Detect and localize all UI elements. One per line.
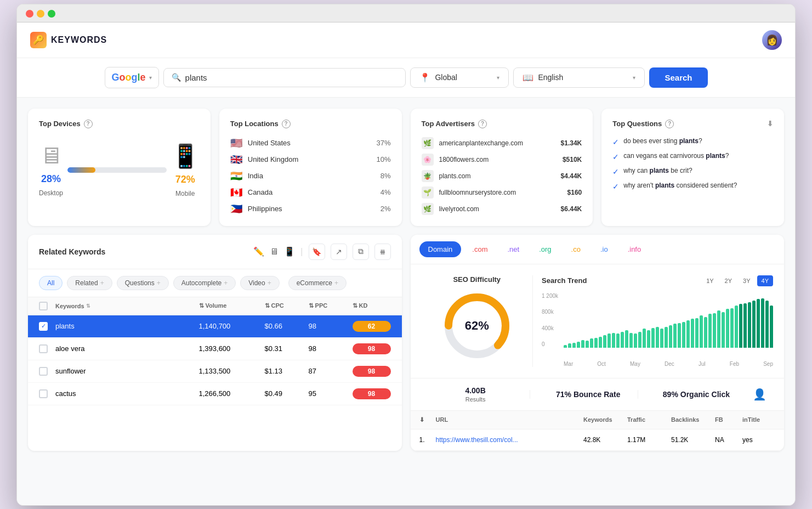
chart-y-labels: 1 200k 800k 400k 0 — [542, 293, 558, 348]
filter-button[interactable]: ⧻ — [374, 244, 391, 260]
advertisers-info-icon[interactable]: ? — [478, 120, 487, 128]
bar-item — [752, 301, 756, 348]
tab-questions[interactable]: Questions + — [117, 276, 169, 290]
bar-item — [621, 332, 624, 348]
search-trend-section: Search Trend 1Y 2Y 3Y 4Y 1 20 — [532, 275, 773, 367]
col-ppc[interactable]: ⇅ PPC — [309, 302, 353, 309]
desktop-label: Desktop — [39, 189, 63, 197]
list-item: 🇬🇧 United Kingdom 10% — [230, 154, 391, 166]
row-checkbox-1[interactable] — [39, 322, 48, 331]
kd-badge: 98 — [353, 388, 391, 399]
separator: | — [300, 247, 303, 257]
table-row[interactable]: aloe vera 1,393,600 $0.31 98 98 — [28, 338, 402, 360]
cpc-cell: $0.49 — [265, 389, 309, 398]
keywords-col-header: Keywords — [583, 416, 627, 423]
top-questions-card: Top Questions ? ⬇ ✓ do bees ever sting p… — [601, 109, 784, 226]
col-keywords[interactable]: Keywords ⇅ — [55, 303, 199, 309]
bar-item — [726, 309, 729, 347]
person-icon: 👤 — [753, 388, 766, 400]
bar-item — [748, 302, 751, 348]
bar-item — [682, 322, 685, 348]
search-input[interactable] — [185, 73, 398, 82]
bar-item — [743, 303, 747, 348]
avatar[interactable]: 👩 — [762, 30, 782, 50]
result-url[interactable]: https://www.thesill.com/col... — [436, 436, 584, 444]
devices-info-icon[interactable]: ? — [84, 120, 93, 128]
period-2y[interactable]: 2Y — [720, 275, 736, 286]
seo-pct-value: 62% — [465, 319, 489, 332]
google-g-icon: Google — [112, 72, 146, 83]
mobile-view-icon[interactable]: 📱 — [284, 246, 295, 257]
tab-io[interactable]: .io — [592, 241, 617, 257]
tab-info[interactable]: .info — [619, 241, 650, 257]
row-checkbox-4[interactable] — [39, 389, 48, 398]
table-row[interactable]: cactus 1,266,500 $0.49 95 98 — [28, 383, 402, 405]
advertiser-favicon-1: 🌿 — [422, 137, 434, 149]
tab-org[interactable]: .org — [530, 241, 560, 257]
table-row[interactable]: sunflower 1,133,500 $1.13 87 98 — [28, 360, 402, 383]
table-row: 1. https://www.thesill.com/col... 42.8K … — [411, 429, 785, 451]
keywords-tools: ✏️ 🖥 📱 | 🔖 ↗ ⧉ ⧻ — [253, 244, 390, 260]
period-4y[interactable]: 4Y — [757, 275, 773, 286]
seo-difficulty-title: SEO Difficulty — [453, 275, 501, 284]
kd-badge: 98 — [353, 366, 391, 377]
close-dot[interactable] — [26, 10, 33, 18]
col-kd[interactable]: ⇅ KD — [353, 302, 391, 309]
device-progress-bar — [67, 167, 167, 173]
fb-col-header: FB — [715, 416, 742, 423]
result-keywords: 42.8K — [583, 436, 627, 444]
tab-co[interactable]: .co — [563, 241, 589, 257]
search-engine-dropdown[interactable]: Google ▾ — [105, 67, 159, 88]
bookmark-button[interactable]: 🔖 — [309, 244, 325, 260]
tab-domain[interactable]: Domain — [419, 241, 462, 257]
table-row[interactable]: plants 1,140,700 $0.66 98 62 — [28, 315, 402, 338]
col-cpc[interactable]: ⇅ CPC — [265, 302, 309, 309]
row-checkbox-3[interactable] — [39, 367, 48, 376]
tab-autocomplete[interactable]: Autocomplete + — [173, 276, 236, 290]
questions-download-icon[interactable]: ⬇ — [767, 120, 773, 128]
minimize-dot[interactable] — [37, 10, 44, 18]
results-value: 4.00B — [422, 386, 530, 395]
tab-ecommerce[interactable]: eCommerce + — [288, 276, 347, 290]
ppc-cell: 95 — [309, 389, 353, 398]
filter-tabs: All Related + Questions + Autocomplete +… — [28, 269, 402, 297]
tab-related[interactable]: Related + — [67, 276, 112, 290]
copy-button[interactable]: ⧉ — [353, 244, 369, 260]
locations-info-icon[interactable]: ? — [282, 120, 291, 128]
period-1y[interactable]: 1Y — [702, 275, 718, 286]
list-item: ✓ why can plants be crit? — [612, 167, 773, 176]
language-dropdown[interactable]: 📖 English ▾ — [513, 67, 645, 88]
keywords-table: Keywords ⇅ ⇅ Volume ⇅ CPC ⇅ PPC ⇅ KD pla… — [28, 297, 402, 405]
maximize-dot[interactable] — [48, 10, 55, 18]
results-table: ⬇ URL Keywords Traffic Backlinks FB inTi… — [411, 411, 785, 451]
row-checkbox-2[interactable] — [39, 344, 48, 353]
list-item: 🌱 fullbloomnurserystore.com $160 — [422, 186, 582, 199]
bar-item — [581, 340, 584, 348]
questions-info-icon[interactable]: ? — [665, 120, 674, 128]
keyword-cell: sunflower — [55, 367, 199, 375]
volume-cell: 1,133,500 — [199, 367, 265, 375]
bar-chart-area — [542, 293, 773, 348]
trend-periods: 1Y 2Y 3Y 4Y — [702, 275, 773, 286]
period-3y[interactable]: 3Y — [739, 275, 754, 286]
desktop-view-icon[interactable]: 🖥 — [270, 247, 279, 257]
select-all-checkbox[interactable] — [39, 302, 48, 310]
organic-value: 89% Organic Click — [647, 390, 746, 399]
col-volume[interactable]: ⇅ Volume — [199, 302, 265, 309]
edit-icon[interactable]: ✏️ — [253, 246, 264, 257]
bar-item — [625, 330, 628, 348]
top-advertisers-card: Top Advertisers ? 🌿 americanplantexchang… — [411, 109, 593, 226]
tab-com[interactable]: .com — [463, 241, 496, 257]
bar-item — [660, 329, 663, 347]
donut-label: 62% — [465, 319, 489, 333]
tab-video[interactable]: Video + — [240, 276, 280, 290]
logo: 🔑 KEYWORDS — [30, 32, 107, 48]
seo-difficulty-section: SEO Difficulty 62% — [422, 275, 533, 367]
tab-all[interactable]: All — [39, 276, 63, 290]
tab-net[interactable]: .net — [498, 241, 528, 257]
location-dropdown[interactable]: 📍 Global ▾ — [410, 67, 509, 88]
volume-cell: 1,140,700 — [199, 322, 265, 330]
search-button[interactable]: Search — [649, 67, 707, 88]
top-locations-title: Top Locations ? — [230, 120, 391, 128]
export-button[interactable]: ↗ — [331, 244, 347, 260]
